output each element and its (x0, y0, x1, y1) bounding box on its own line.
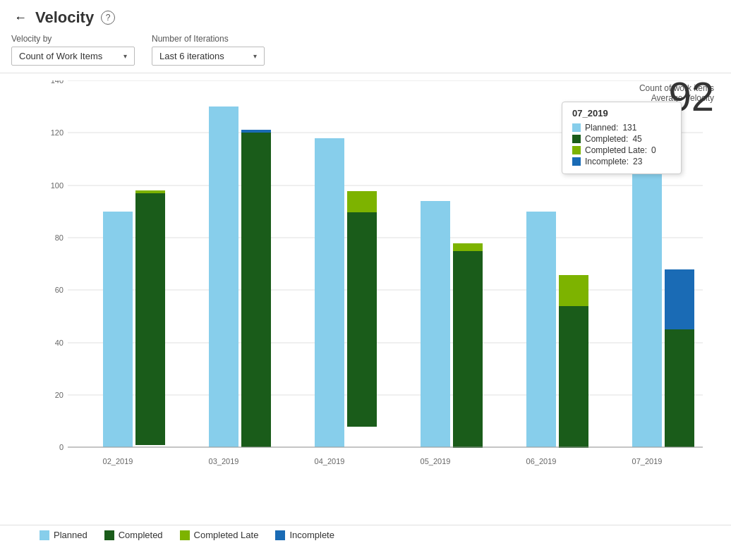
bar-completed-late-0 (135, 190, 165, 193)
bar-completed-5 (665, 329, 694, 447)
bar-planned-4 (526, 212, 556, 447)
svg-text:20: 20 (55, 391, 64, 399)
tooltip-completed-swatch (572, 135, 581, 143)
tooltip-completed-value: 45 (632, 134, 641, 144)
iterations-dropdown-arrow: ▾ (253, 52, 257, 60)
bar-planned-1 (209, 106, 238, 447)
tooltip-title: 07_2019 (572, 108, 671, 118)
bar-completed-3 (453, 251, 483, 448)
svg-text:60: 60 (55, 286, 64, 294)
bar-completed-late-3 (453, 243, 483, 251)
bar-completed-2 (347, 212, 377, 427)
bar-planned-2 (315, 138, 344, 447)
svg-text:140: 140 (51, 80, 64, 85)
svg-text:03_2019: 03_2019 (209, 457, 239, 465)
bar-incomplete-1 (241, 130, 271, 133)
iterations-dropdown[interactable]: Last 6 iterations ▾ (152, 47, 265, 66)
velocity-by-dropdown-arrow: ▾ (123, 52, 127, 60)
header: ← Velocity ? (0, 0, 731, 31)
bar-incomplete-5 (665, 269, 694, 329)
page-title: Velocity (35, 8, 94, 27)
svg-text:07_2019: 07_2019 (632, 457, 663, 465)
svg-text:06_2019: 06_2019 (526, 457, 557, 465)
bar-completed-0 (135, 193, 165, 445)
tooltip-incomplete-swatch (572, 157, 581, 166)
velocity-by-dropdown[interactable]: Count of Work Items ▾ (11, 47, 135, 66)
bar-completed-late-4 (559, 275, 588, 306)
bar-planned-3 (421, 201, 450, 447)
tooltip-incomplete-value: 23 (633, 157, 642, 166)
svg-text:02_2019: 02_2019 (103, 457, 133, 465)
tooltip-completed-late-row: Completed Late: 0 (572, 145, 671, 155)
svg-text:40: 40 (55, 339, 64, 347)
controls-area: Velocity by Count of Work Items ▾ Number… (0, 31, 731, 73)
svg-text:100: 100 (51, 181, 64, 190)
bar-completed-late-2 (347, 191, 377, 212)
back-button[interactable]: ← (11, 9, 30, 27)
svg-text:80: 80 (55, 233, 64, 242)
iterations-label: Number of Iterations (152, 34, 265, 44)
velocity-by-control: Velocity by Count of Work Items ▾ (11, 34, 135, 66)
svg-text:0: 0 (59, 443, 64, 451)
iterations-control: Number of Iterations Last 6 iterations ▾ (152, 34, 265, 66)
summary: Count of work items Average Velocity 92 (639, 83, 714, 103)
tooltip: 07_2019 Planned: 131 Completed: 45 Compl… (562, 102, 682, 174)
tooltip-completed-row: Completed: 45 (572, 134, 671, 144)
help-icon[interactable]: ? (101, 11, 115, 25)
tooltip-completed-label: Completed: (585, 134, 628, 144)
svg-text:05_2019: 05_2019 (421, 457, 451, 465)
tooltip-incomplete-label: Incomplete: (585, 157, 629, 166)
velocity-by-label: Velocity by (11, 34, 135, 44)
tooltip-completed-late-value: 0 (651, 145, 656, 155)
bar-planned-0 (103, 212, 133, 447)
tooltip-planned-row: Planned: 131 (572, 123, 671, 133)
tooltip-planned-value: 131 (622, 123, 636, 133)
tooltip-incomplete-row: Incomplete: 23 (572, 157, 671, 166)
tooltip-completed-late-swatch (572, 146, 581, 154)
svg-text:120: 120 (51, 128, 64, 137)
tooltip-planned-swatch (572, 123, 581, 132)
tooltip-completed-late-label: Completed Late: (585, 145, 647, 155)
svg-text:04_2019: 04_2019 (315, 457, 345, 465)
chart-area: Count of work items Average Velocity 92 … (0, 73, 731, 553)
bar-completed-4 (559, 306, 588, 448)
tooltip-planned-label: Planned: (585, 123, 618, 133)
bar-completed-1 (241, 133, 271, 447)
